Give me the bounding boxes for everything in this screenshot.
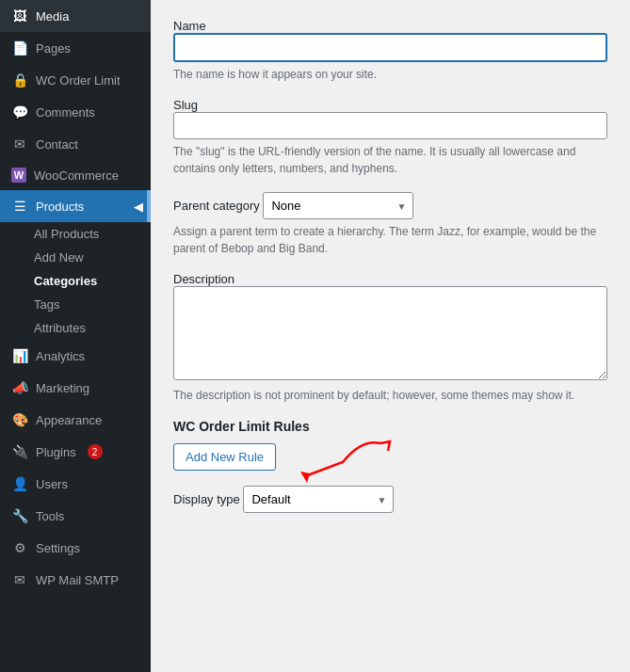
sidebar-item-users[interactable]: 👤 Users — [0, 468, 151, 500]
parent-category-select-wrapper: None ▼ — [263, 192, 413, 219]
sidebar-item-label: Pages — [36, 41, 71, 56]
attributes-link[interactable]: Attributes — [0, 316, 151, 340]
products-submenu: All Products Add New Categories Tags Att… — [0, 222, 151, 340]
marketing-icon: 📣 — [11, 379, 28, 396]
description-field-group: Description The description is not promi… — [173, 272, 607, 404]
sidebar-item-label: Products — [36, 200, 84, 214]
display-type-select-wrapper: Default ▼ — [243, 486, 394, 513]
sidebar-item-plugins[interactable]: 🔌 Plugins 2 — [0, 436, 151, 468]
display-type-field-group: Display type Default ▼ — [173, 486, 607, 513]
parent-category-select[interactable]: None — [263, 192, 413, 219]
parent-category-field-group: Parent category None ▼ Assign a parent t… — [173, 192, 607, 257]
description-textarea[interactable] — [173, 286, 607, 380]
sidebar-item-pages[interactable]: 📄 Pages — [0, 32, 151, 64]
sidebar-item-label: Analytics — [36, 349, 85, 363]
sidebar-item-label: WC Order Limit — [36, 73, 121, 88]
settings-icon: ⚙ — [11, 539, 28, 556]
parent-category-label: Parent category — [173, 199, 260, 213]
sidebar-item-media[interactable]: 🖼 Media Library Add New — [0, 0, 151, 32]
sidebar-item-appearance[interactable]: 🎨 Appearance — [0, 404, 151, 436]
sidebar-item-wc-order-limit[interactable]: 🔒 WC Order Limit — [0, 64, 151, 96]
description-label: Description — [173, 272, 234, 286]
tools-icon: 🔧 — [11, 507, 28, 524]
appearance-icon: 🎨 — [11, 411, 28, 428]
sidebar-item-woocommerce[interactable]: W WooCommerce — [0, 160, 151, 190]
plugins-icon: 🔌 — [11, 443, 28, 460]
add-rule-row: Add New Rule — [173, 443, 607, 471]
sidebar-item-marketing[interactable]: 📣 Marketing — [0, 372, 151, 404]
sidebar-item-label: Contact — [36, 137, 78, 152]
arrow-annotation — [286, 434, 399, 490]
sidebar-item-products[interactable]: ☰ Products ◀ — [0, 190, 151, 222]
sidebar-item-label: Appearance — [36, 413, 102, 427]
comments-icon: 💬 — [11, 104, 28, 120]
parent-category-desc: Assign a parent term to create a hierarc… — [173, 223, 607, 257]
wc-order-limit-title: WC Order Limit Rules — [173, 419, 607, 434]
wc-order-limit-icon: 🔒 — [11, 72, 28, 88]
slug-field-group: Slug The "slug" is the URL-friendly vers… — [173, 98, 607, 177]
description-desc: The description is not prominent by defa… — [173, 387, 607, 404]
sidebar-item-wp-mail-smtp[interactable]: ✉ WP Mail SMTP — [0, 564, 151, 596]
sidebar-item-label: WP Mail SMTP — [36, 573, 119, 587]
sidebar-item-label: WooCommerce — [34, 168, 119, 183]
categories-link[interactable]: Categories — [0, 269, 151, 293]
slug-label: Slug — [173, 98, 198, 112]
display-type-select[interactable]: Default — [243, 486, 394, 513]
products-icon: ☰ — [11, 198, 28, 215]
slug-input[interactable] — [173, 112, 607, 139]
pages-icon: 📄 — [11, 40, 28, 56]
analytics-icon: 📊 — [11, 347, 28, 364]
add-new-product-link[interactable]: Add New — [0, 246, 151, 269]
sidebar-item-label: Settings — [36, 541, 80, 555]
sidebar-item-tools[interactable]: 🔧 Tools — [0, 500, 151, 532]
wc-order-limit-section: WC Order Limit Rules Add New Rule — [173, 419, 607, 471]
sidebar-item-analytics[interactable]: 📊 Analytics — [0, 340, 151, 372]
slug-desc: The "slug" is the URL-friendly version o… — [173, 143, 607, 177]
users-icon: 👤 — [11, 475, 28, 492]
name-field-group: Name The name is how it appears on your … — [173, 19, 607, 83]
sidebar-item-contact[interactable]: ✉ Contact — [0, 128, 151, 160]
media-icon: 🖼 — [11, 8, 28, 24]
wp-mail-smtp-icon: ✉ — [11, 571, 28, 588]
sidebar-item-label: Marketing — [36, 381, 89, 395]
sidebar-item-label: Plugins — [36, 445, 76, 459]
sidebar-item-label: Tools — [36, 509, 64, 523]
contact-icon: ✉ — [11, 136, 28, 152]
sidebar-item-comments[interactable]: 💬 Comments — [0, 96, 151, 128]
woocommerce-icon: W — [11, 168, 26, 183]
products-arrow-icon: ◀ — [134, 200, 143, 214]
name-input[interactable] — [173, 33, 607, 62]
sidebar-item-label: Media — [36, 9, 69, 24]
tags-link[interactable]: Tags — [0, 293, 151, 316]
add-new-rule-button[interactable]: Add New Rule — [173, 443, 276, 471]
name-label: Name — [173, 19, 206, 33]
all-products-link[interactable]: All Products — [0, 222, 151, 246]
category-form: Name The name is how it appears on your … — [173, 19, 607, 513]
main-content: Name The name is how it appears on your … — [151, 0, 630, 672]
sidebar-item-settings[interactable]: ⚙ Settings — [0, 532, 151, 564]
svg-marker-0 — [300, 472, 310, 483]
name-desc: The name is how it appears on your site. — [173, 66, 607, 83]
sidebar-item-label: Comments — [36, 105, 95, 120]
plugins-badge: 2 — [88, 444, 103, 459]
display-type-label: Display type — [173, 492, 240, 506]
sidebar-item-label: Users — [36, 477, 68, 491]
sidebar: 🖼 Media Library Add New 📄 Pages 🔒 WC Ord… — [0, 0, 151, 672]
